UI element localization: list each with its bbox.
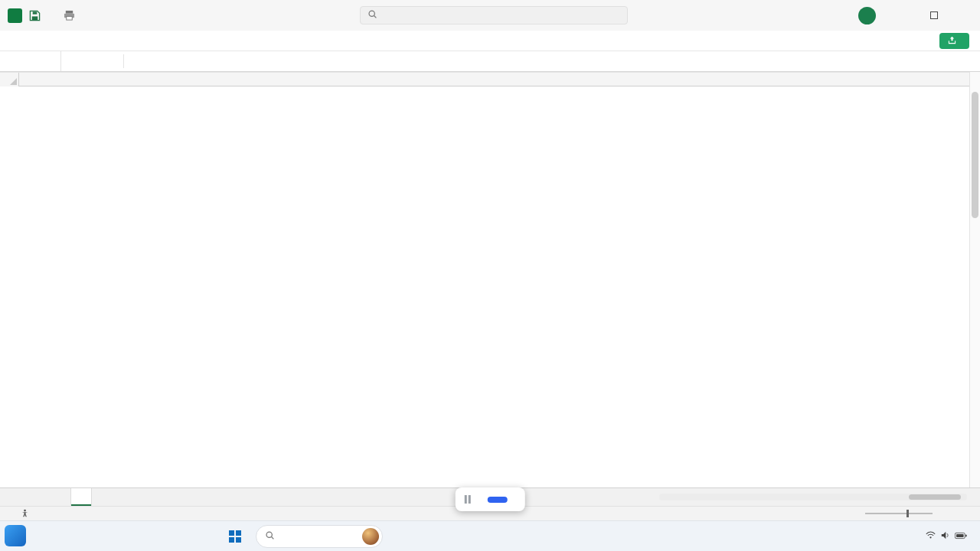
account-avatar[interactable] (858, 7, 876, 24)
zoom-slider-thumb[interactable] (906, 510, 909, 517)
loom-sharing-bar (456, 487, 525, 511)
wifi-icon[interactable] (926, 531, 936, 542)
search-icon (265, 530, 275, 543)
volume-icon[interactable] (940, 531, 950, 542)
close-button[interactable] (949, 0, 980, 31)
widgets-button[interactable] (5, 525, 31, 546)
name-box[interactable] (0, 51, 61, 71)
start-button[interactable] (224, 525, 247, 548)
vertical-scrollbar[interactable] (969, 72, 980, 487)
formula-bar (0, 51, 980, 72)
maximize-icon (930, 11, 938, 19)
save-icon[interactable] (29, 10, 41, 21)
zoom-slider[interactable] (865, 513, 933, 514)
accessibility-status[interactable] (21, 509, 33, 519)
drag-handle-icon (465, 495, 471, 504)
share-button[interactable] (939, 33, 969, 49)
search-icon (368, 9, 377, 21)
battery-icon[interactable] (955, 531, 967, 542)
print-icon[interactable] (64, 10, 75, 21)
sheet-tab-staffing-costs-2024[interactable] (70, 488, 92, 506)
excel-app-icon[interactable] (8, 8, 22, 23)
column-header-row (0, 72, 969, 86)
search-highlight-image[interactable] (362, 528, 379, 545)
share-icon (948, 36, 956, 47)
title-bar (0, 0, 980, 31)
system-tray (919, 521, 974, 551)
stop-sharing-button[interactable] (487, 497, 507, 503)
excel-window (0, 0, 980, 551)
worksheet-grid[interactable] (0, 86, 969, 487)
ribbon (0, 31, 980, 51)
windows-logo-icon (229, 530, 241, 543)
minimize-button[interactable] (888, 0, 919, 31)
taskbar (0, 520, 980, 551)
widget-icon (5, 525, 26, 546)
horizontal-scrollbar[interactable] (657, 493, 969, 501)
quick-access-toolbar (8, 8, 77, 23)
select-all-button[interactable] (0, 73, 19, 86)
vertical-scroll-thumb[interactable] (972, 92, 978, 218)
maximize-button[interactable] (919, 0, 949, 31)
horizontal-scroll-thumb[interactable] (909, 494, 961, 500)
taskbar-search[interactable] (256, 525, 383, 548)
title-search-box[interactable] (360, 6, 628, 24)
accessibility-icon (21, 509, 29, 519)
